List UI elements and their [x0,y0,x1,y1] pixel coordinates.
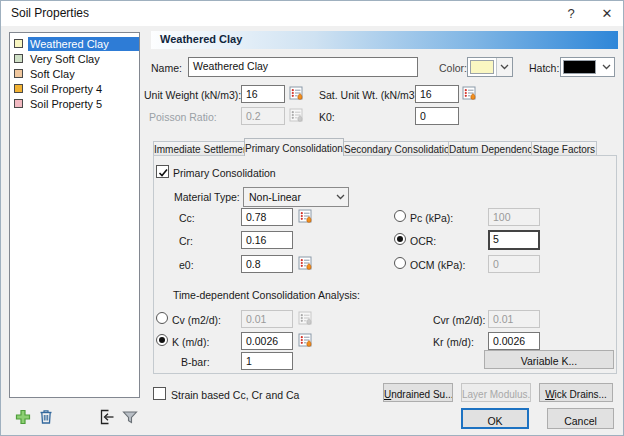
cv-radio[interactable] [156,312,168,324]
ocm-label: OCM (kPa): [410,259,465,271]
primary-consolidation-checkbox-label: Primary Consolidation [173,167,276,179]
variable-k-button[interactable]: Variable K... [484,350,614,369]
poisson-ratio-input: 0.2 [241,107,285,125]
primary-consolidation-tab-page [153,155,617,374]
k0-input[interactable]: 0 [415,107,459,125]
help-icon[interactable]: ? [559,4,583,23]
kr-input[interactable]: 0.0026 [488,332,540,350]
unit-weight-input[interactable]: 16 [241,85,285,103]
bbar-label: B-bar: [181,356,210,368]
kr-label: Kr (m/d): [433,336,474,348]
stage-factor-icon[interactable] [289,86,303,100]
sat-unit-weight-input[interactable]: 16 [415,85,459,103]
ocr-radio[interactable] [394,233,406,245]
import-properties-button[interactable] [98,408,116,426]
tab-primary-consolidation[interactable]: Primary Consolidation [244,138,344,156]
stage-factor-icon[interactable] [462,86,476,100]
e0-input[interactable]: 0.8 [241,255,293,273]
soil-color-swatch [14,84,23,93]
color-swatch [470,60,494,74]
stage-factor-icon [289,108,303,122]
material-type-value: Non-Linear [244,188,332,206]
ocm-radio[interactable] [394,257,406,269]
material-type-label: Material Type: [174,191,240,203]
ocr-label: OCR: [410,235,436,247]
pc-radio[interactable] [394,210,406,222]
cr-label: Cr: [179,235,193,247]
primary-consolidation-checkbox[interactable] [156,165,169,178]
trash-icon [37,408,55,426]
tab-secondary-consolidation[interactable]: Secondary Consolidation [343,141,449,156]
k-radio[interactable] [156,334,168,346]
soil-color-swatch [14,54,23,63]
check-icon [157,167,170,179]
import-icon [98,408,116,426]
close-icon[interactable]: ✕ [595,4,619,23]
tab-stage-factors[interactable]: Stage Factors [531,141,597,156]
strain-based-label: Strain based Cc, Cr and Ca [171,389,299,401]
stage-factor-icon [298,311,312,325]
bbar-input[interactable]: 1 [241,352,293,370]
wick-drains-button[interactable]: Wick Drains... [539,383,613,402]
selected-soil-title: Weathered Clay [160,33,242,45]
color-dropdown[interactable] [467,57,513,77]
chevron-down-icon [598,58,614,76]
title-bar[interactable]: Soil Properties ? ✕ [1,1,623,26]
tab-datum-dependency[interactable]: Datum Dependency [448,141,532,156]
undrained-su-button[interactable]: Undrained Su... [383,383,453,402]
delete-soil-button[interactable] [37,408,55,426]
cvr-input: 0.01 [488,310,540,328]
e0-label: e0: [179,259,194,271]
soil-item-label: Soft Clay [28,67,139,81]
soil-item-label: Soil Property 4 [28,82,139,96]
time-dependent-label: Time-dependent Consolidation Analysis: [173,289,360,301]
soil-list-item[interactable]: Weathered Clay [10,36,139,51]
k-input[interactable]: 0.0026 [241,332,293,350]
soil-list-item[interactable]: Very Soft Clay [10,51,139,66]
cr-input[interactable]: 0.16 [241,231,293,249]
sat-unit-weight-label: Sat. Unit Wt. (kN/m3) [319,89,418,101]
layer-modulus-button: Layer Modulus... [461,383,531,402]
soil-color-swatch [14,39,23,48]
k0-label: K0: [319,111,335,123]
hatch-swatch [563,60,596,74]
tab-strip: Immediate SettlementPrimary Consolidatio… [153,138,596,156]
ocr-input[interactable]: 5 [488,230,540,250]
cv-label: Cv (m2/d): [172,314,221,326]
plus-icon [14,408,32,426]
cc-input[interactable]: 0.78 [241,208,293,226]
strain-based-checkbox[interactable] [153,387,166,400]
hatch-dropdown[interactable] [560,57,615,77]
ok-button[interactable]: OK [461,408,529,429]
soil-list-item[interactable]: Soil Property 5 [10,96,139,111]
selected-soil-header: Weathered Clay [151,31,618,49]
soil-color-swatch [14,99,23,108]
poisson-ratio-label: Poisson Ratio: [149,111,217,123]
color-label: Color: [439,62,467,74]
material-type-dropdown[interactable]: Non-Linear [243,187,349,207]
ocm-input: 0 [488,255,540,273]
tab-immediate-settlement[interactable]: Immediate Settlement [153,141,245,156]
pc-input: 100 [488,208,540,226]
soil-list[interactable]: Weathered Clay Very Soft Clay Soft Clay … [9,32,140,398]
cancel-button[interactable]: Cancel [547,408,614,429]
pc-label: Pc (kPa): [410,212,453,224]
filter-icon [121,408,139,426]
soil-item-label: Very Soft Clay [28,52,139,66]
k-label: K (m/d): [172,336,209,348]
name-input[interactable]: Weathered Clay [188,57,418,77]
chevron-down-icon [332,188,348,206]
soil-properties-dialog: Soil Properties ? ✕ Weathered Clay Very … [0,0,624,436]
stage-factor-icon[interactable] [298,256,312,270]
chevron-down-icon [496,58,512,76]
cv-input: 0.01 [241,310,293,328]
hatch-label: Hatch: [529,62,559,74]
soil-color-swatch [14,69,23,78]
soil-list-item[interactable]: Soil Property 4 [10,81,139,96]
stage-factor-icon[interactable] [298,209,312,223]
add-soil-button[interactable] [14,408,32,426]
filter-soils-button[interactable] [121,408,139,426]
soil-list-item[interactable]: Soft Clay [10,66,139,81]
soil-item-label: Weathered Clay [28,37,139,51]
stage-factor-icon[interactable] [298,333,312,347]
